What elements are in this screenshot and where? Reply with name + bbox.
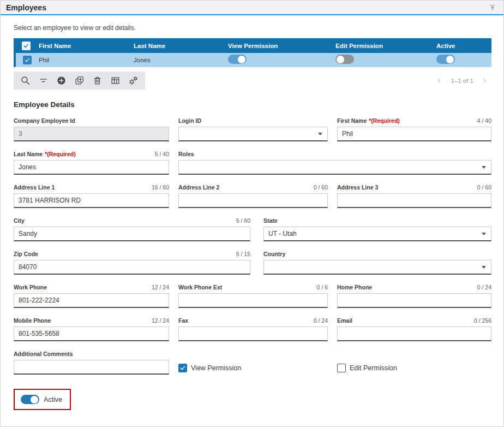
- address-line-2-input[interactable]: [178, 193, 328, 208]
- home-phone-input[interactable]: [337, 293, 491, 308]
- additional-comments-input[interactable]: [14, 360, 169, 375]
- delete-icon[interactable]: [92, 75, 103, 86]
- work-phone-ext-input[interactable]: [178, 293, 328, 308]
- duplicate-icon[interactable]: [74, 75, 85, 86]
- row-view-permission-toggle[interactable]: [228, 55, 247, 64]
- company-employee-id-input: [14, 127, 169, 141]
- login-id-select[interactable]: [178, 127, 328, 141]
- field-label: Last Name: [14, 151, 43, 157]
- column-header-edit-permission[interactable]: Edit Permission: [335, 43, 436, 49]
- table-header-row: First Name Last Name View Permission Edi…: [14, 38, 491, 53]
- table-columns-icon[interactable]: [110, 75, 121, 86]
- field-work-phone: Work Phone 12 / 24: [14, 284, 169, 308]
- pagination-next-icon[interactable]: [481, 77, 488, 84]
- char-counter: 0 / 24: [477, 284, 491, 290]
- select-all-checkbox[interactable]: [22, 41, 31, 50]
- toggle-knob: [31, 396, 38, 404]
- first-name-input[interactable]: [337, 127, 491, 141]
- field-address-line-3: Address Line 3 0 / 60: [337, 184, 491, 208]
- field-label: Fax: [178, 317, 188, 324]
- search-icon[interactable]: [20, 75, 31, 86]
- field-label: State: [263, 217, 278, 224]
- field-login-id: Login ID: [178, 117, 328, 141]
- field-label: Country: [263, 251, 285, 257]
- char-counter: 0 / 60: [477, 184, 491, 191]
- field-label: City: [14, 217, 25, 224]
- field-zip-code: Zip Code 5 / 15: [14, 251, 250, 275]
- char-counter: 16 / 60: [152, 184, 169, 191]
- field-email: Email 0 / 256: [337, 317, 491, 341]
- char-counter: 0 / 6: [317, 284, 328, 290]
- email-input[interactable]: [337, 327, 491, 341]
- employees-table: First Name Last Name View Permission Edi…: [14, 38, 491, 67]
- field-country: Country: [263, 251, 491, 275]
- employees-page: { "page": { "title": "Employees", "subti…: [0, 0, 504, 427]
- checkbox-unchecked-icon: [337, 364, 346, 372]
- char-counter: 4 / 40: [477, 117, 491, 124]
- collapse-panel-icon[interactable]: [488, 3, 497, 12]
- address-line-1-input[interactable]: [14, 193, 169, 208]
- field-city: City 5 / 60: [14, 217, 250, 241]
- roles-select[interactable]: [178, 160, 491, 175]
- char-counter: 0 / 24: [314, 317, 328, 324]
- required-indicator: *(Required): [45, 151, 76, 157]
- column-header-first-name[interactable]: First Name: [39, 43, 134, 49]
- pagination: 1–1 of 1: [436, 77, 491, 84]
- field-last-name: Last Name *(Required) 5 / 40: [14, 151, 169, 175]
- field-label: Address Line 2: [178, 184, 219, 191]
- field-label: Work Phone: [14, 284, 47, 290]
- field-label: Email: [337, 317, 352, 324]
- field-roles: Roles: [178, 151, 491, 175]
- field-label: Work Phone Ext: [178, 284, 222, 290]
- field-state: State: [263, 217, 491, 241]
- field-company-employee-id: Company Employee Id: [14, 117, 169, 141]
- field-label: First Name: [337, 117, 367, 124]
- pagination-prev-icon[interactable]: [436, 77, 443, 84]
- last-name-input[interactable]: [14, 160, 169, 175]
- field-first-name: First Name *(Required) 4 / 40: [337, 117, 491, 141]
- char-counter: 0 / 60: [314, 184, 328, 191]
- work-phone-input[interactable]: [14, 293, 169, 308]
- state-select[interactable]: [263, 227, 491, 241]
- fax-input[interactable]: [178, 327, 328, 341]
- char-counter: 12 / 24: [152, 317, 169, 324]
- row-edit-permission-toggle[interactable]: [335, 55, 354, 64]
- active-toggle[interactable]: [21, 395, 39, 404]
- field-label: Address Line 3: [337, 184, 378, 191]
- zip-code-input[interactable]: [14, 260, 250, 275]
- checkbox-label: Edit Permission: [350, 364, 397, 372]
- field-work-phone-ext: Work Phone Ext 0 / 6: [178, 284, 328, 308]
- address-line-3-input[interactable]: [337, 193, 491, 208]
- section-title: Employee Details: [14, 100, 490, 109]
- field-label: Zip Code: [14, 251, 38, 257]
- column-header-view-permission[interactable]: View Permission: [228, 43, 335, 49]
- table-row[interactable]: Phil Jones: [14, 53, 491, 67]
- field-label: Address Line 1: [14, 184, 55, 191]
- field-label: Mobile Phone: [14, 317, 51, 324]
- edit-permission-checkbox[interactable]: Edit Permission: [337, 361, 491, 375]
- column-header-active[interactable]: Active: [436, 43, 491, 49]
- instruction-text: Select an employee to view or edit detai…: [14, 24, 490, 32]
- country-select[interactable]: [263, 260, 491, 275]
- page-title: Employees: [6, 3, 46, 12]
- mobile-phone-input[interactable]: [14, 327, 169, 341]
- field-home-phone: Home Phone 0 / 24: [337, 284, 491, 308]
- field-label: Company Employee Id: [14, 117, 75, 124]
- pagination-label: 1–1 of 1: [451, 78, 473, 84]
- toggle-knob: [337, 56, 344, 63]
- add-icon[interactable]: [56, 75, 67, 86]
- settings-gears-icon[interactable]: [128, 75, 139, 86]
- cell-last-name: Jones: [134, 57, 228, 63]
- row-checkbox[interactable]: [23, 56, 32, 64]
- view-permission-checkbox[interactable]: View Permission: [178, 361, 328, 375]
- filter-icon[interactable]: [38, 75, 49, 86]
- char-counter: 5 / 40: [155, 151, 169, 157]
- employee-details-form: Company Employee Id Login ID First Name …: [14, 117, 491, 410]
- title-bar: Employees: [1, 1, 503, 15]
- annotation-highlight-box: Active: [14, 389, 71, 410]
- table-toolbar-row: 1–1 of 1: [14, 72, 491, 90]
- column-header-last-name[interactable]: Last Name: [134, 43, 228, 49]
- city-input[interactable]: [14, 227, 250, 241]
- char-counter: 12 / 24: [152, 284, 169, 290]
- row-active-toggle[interactable]: [436, 55, 455, 64]
